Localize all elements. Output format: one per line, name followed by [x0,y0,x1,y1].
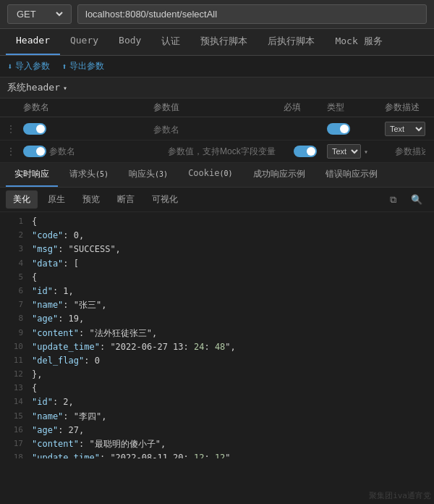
tab-request-headers[interactable]: 请求头(5) [61,163,117,187]
param-row-full: ⋮ Text File ▾ [0,140,434,163]
json-line: 15 "name": "李四", [0,410,434,424]
tab-preview[interactable]: 预览 [75,190,107,209]
tab-error-example[interactable]: 错误响应示例 [317,163,386,187]
tab-post-script[interactable]: 后执行脚本 [258,29,325,55]
drag-handle-2[interactable]: ⋮ [6,146,23,157]
json-line: 2 "code": 0, [0,229,434,243]
param-actions: ⬇ 导入参数 ⬆ 导出参数 [0,56,434,77]
json-line: 1{ [0,215,434,229]
json-line: 3 "msg": "SUCCESS", [0,243,434,256]
json-line: 8 "age": 19, [0,312,434,326]
tab-query[interactable]: Query [60,29,109,55]
col-param-name: 参数名 [23,101,153,114]
col-type: 类型 [327,101,385,114]
watermark: 聚集团iva通宵党 [369,490,431,501]
json-line: 12 }, [0,368,434,382]
tab-realtime-response[interactable]: 实时响应 [6,163,58,187]
tab-success-example[interactable]: 成功响应示例 [244,163,314,187]
param-name-input[interactable] [153,125,284,135]
type-selector-cell: Text File ▾ [327,144,392,159]
param-enabled-toggle[interactable] [23,146,46,157]
search-icon[interactable]: 🔍 [405,191,428,208]
copy-icon[interactable]: ⧉ [384,191,402,209]
col-required: 必填 [284,101,327,114]
chevron-down-icon: ▾ [63,84,67,92]
main-tab-bar: Header Query Body 认证 预执行脚本 后执行脚本 Mock 服务 [0,29,434,56]
tab-body[interactable]: Body [109,29,151,55]
json-line: 4 "data": [ [0,257,434,271]
system-header-label: 系统header [7,81,60,94]
tab-cookie[interactable]: Cookie(0) [179,163,241,187]
params-table-header: 参数名 参数值 必填 类型 参数描述 [0,98,434,117]
type-field-dropdown[interactable]: Text File [327,144,361,159]
json-line: 9 "content": "法外狂徒张三", [0,327,434,340]
required-toggle[interactable] [327,123,350,135]
param-name-input-cell [153,122,284,135]
json-line: 6 "id": 1, [0,285,434,298]
tab-header[interactable]: Header [6,29,60,55]
param-desc-field[interactable] [392,145,428,158]
param-value-field[interactable] [165,145,284,158]
top-bar: GET POST PUT DELETE [0,0,434,29]
param-name-field[interactable] [46,145,165,158]
system-header-section[interactable]: 系统header ▾ [0,77,434,98]
tab-beautify[interactable]: 美化 [6,190,38,209]
drag-handle[interactable]: ⋮ [6,123,23,135]
method-selector[interactable]: GET POST PUT DELETE [7,4,72,24]
chevron-down-icon-2: ▾ [364,148,368,156]
type-dropdown[interactable]: Text File JSON [385,122,425,136]
import-icon: ⬇ [7,62,12,72]
json-line: 16 "age": 27, [0,424,434,437]
tab-auth[interactable]: 认证 [151,29,190,55]
tab-raw[interactable]: 原生 [41,190,72,209]
json-viewer: 1{2 "code": 0,3 "msg": "SUCCESS",4 "data… [0,212,434,458]
required-toggle-cell [327,123,385,135]
tab-visualize[interactable]: 可视化 [145,190,185,209]
param-name-cell [23,123,153,135]
tab-assertion[interactable]: 断言 [110,190,142,209]
json-line: 13 { [0,382,434,395]
json-line: 18 "update_time": "2022-08-11 20: 12: 12… [0,451,434,458]
response-tab-bar: 实时响应 请求头(5) 响应头(3) Cookie(0) 成功响应示例 错误响应… [0,163,434,188]
export-param-button[interactable]: ⬆ 导出参数 [61,60,104,72]
json-line: 5 { [0,271,434,285]
method-dropdown[interactable]: GET POST PUT DELETE [14,8,65,20]
tab-pre-script[interactable]: 预执行脚本 [190,29,258,55]
import-param-button[interactable]: ⬇ 导入参数 [7,60,50,72]
required-field-toggle[interactable] [294,146,317,157]
url-input[interactable] [77,4,427,24]
param-toggle[interactable] [23,123,46,135]
col-drag [6,101,23,114]
col-param-value: 参数值 [153,101,284,114]
tab-response-headers[interactable]: 响应头(3) [120,163,176,187]
json-line: 14 "id": 2, [0,395,434,409]
col-desc: 参数描述 [385,101,428,114]
json-line: 10 "update_time": "2022-06-27 13: 24: 48… [0,340,434,354]
json-line: 17 "content": "最聪明的傻小子", [0,437,434,451]
param-row: ⋮ Text File JSON [0,117,434,140]
export-icon: ⬆ [61,62,67,72]
json-line: 11 "del_flag": 0 [0,354,434,368]
beautify-tab-bar: 美化 原生 预览 断言 可视化 ⧉ 🔍 [0,188,434,212]
json-line: 7 "name": "张三", [0,298,434,312]
type-cell: Text File JSON [385,121,428,136]
tab-mock[interactable]: Mock 服务 [325,29,392,55]
